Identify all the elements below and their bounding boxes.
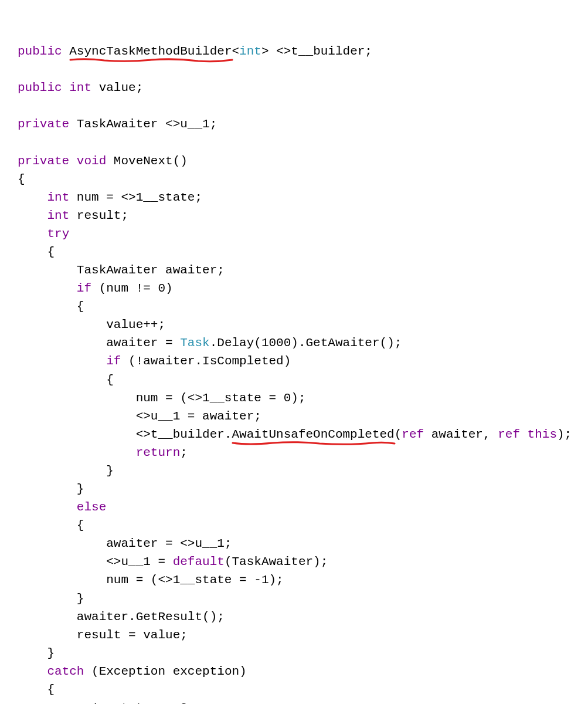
brace: } [106,464,114,478]
keyword: ref [498,428,520,441]
generic-arg: int [239,45,261,58]
code: awaiter = <>u__1; [106,537,232,550]
keyword: this [528,428,557,441]
code: result = value; [77,628,188,642]
keyword: public [18,81,62,94]
brace: { [18,172,25,186]
code: value++; [106,318,165,331]
code: result; [77,209,128,222]
method-call: AwaitUnsafeOnCompleted [232,428,394,441]
keyword: try [47,227,69,241]
code: <>1__state = -2; [77,701,195,704]
code: num = <>1__state; [77,191,202,204]
code: num = (<>1__state = -1); [106,573,283,587]
code: (Exception exception) [91,665,247,678]
code: (TaskAwaiter); [225,555,328,568]
type-name: Task [180,336,209,350]
brace: } [77,592,84,605]
method-name: MoveNext() [114,154,188,168]
code: <>u__1 = awaiter; [136,409,261,423]
keyword: ref [402,428,424,441]
code: ; [180,446,188,459]
code: .Delay(1000).GetAwaiter(); [210,336,402,350]
field-decl: TaskAwaiter <>u__1; [77,117,217,131]
keyword: private [18,154,69,168]
code: awaiter.GetResult(); [77,610,225,624]
brace: { [47,683,55,696]
keyword: default [173,555,225,568]
keyword: void [77,154,106,168]
code: (num != 0) [99,282,173,295]
brace: { [47,245,55,259]
keyword: private [18,117,69,131]
keyword: int [47,209,69,222]
brace: { [77,300,84,313]
keyword: int [47,191,69,204]
code: <>u__1 = [106,555,172,568]
code: ( [395,428,402,441]
keyword: int [69,81,91,94]
brace: { [77,519,84,532]
code: TaskAwaiter awaiter; [77,263,225,277]
code: <>t__builder. [136,428,232,441]
keyword: public [18,45,62,58]
code-block: public AsyncTaskMethodBuilder<int> <>t__… [18,42,570,704]
code: ); [557,428,572,441]
keyword: return [136,446,181,459]
brace: } [77,482,84,496]
keyword: if [77,282,91,295]
keyword: if [106,354,121,368]
annotated-method: AwaitUnsafeOnCompleted [232,425,394,444]
keyword: catch [47,665,84,678]
brace: { [106,373,114,387]
keyword: else [77,500,106,514]
field-name: <>t__builder; [276,45,372,58]
code: (!awaiter.IsCompleted) [128,354,291,368]
code: num = (<>1__state = 0); [136,391,306,405]
field-name: value; [99,81,144,94]
code: awaiter = [106,336,180,350]
annotated-type: AsyncTaskMethodBuilder [69,42,232,60]
type-name: AsyncTaskMethodBuilder [69,45,232,58]
code: awaiter, [431,428,498,441]
brace: } [47,647,55,660]
